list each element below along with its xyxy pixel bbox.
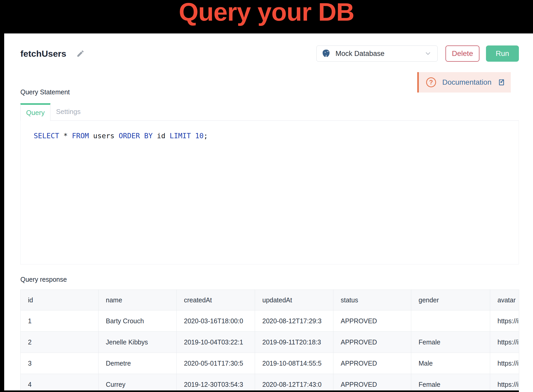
column-header: updatedAt — [255, 290, 333, 310]
tab-settings[interactable]: Settings — [50, 103, 86, 120]
banner-title: Query your DB — [179, 0, 354, 24]
column-header: id — [21, 290, 99, 310]
table-cell: 2020-05-01T17:30:5 — [177, 353, 255, 374]
database-selector[interactable]: Mock Database — [316, 45, 438, 62]
response-table: idnamecreatedAtupdatedAtstatusgenderavat… — [20, 290, 519, 390]
documentation-link[interactable]: ? Documentation — [417, 72, 511, 93]
tab-query[interactable]: Query — [20, 103, 50, 121]
edit-pencil-icon[interactable] — [76, 49, 85, 58]
table-cell: APPROVED — [333, 353, 411, 374]
corner-fill — [519, 390, 533, 392]
sql-line: SELECT * FROM users ORDER BY id LIMIT 10… — [34, 132, 519, 140]
postgresql-icon — [321, 49, 331, 59]
table-cell: Jenelle Kibbys — [99, 332, 177, 353]
column-header: avatar — [490, 290, 519, 310]
table-cell: Male — [411, 353, 490, 374]
database-selector-value: Mock Database — [335, 50, 385, 58]
table-cell: 2019-10-08T14:55:5 — [255, 353, 333, 374]
chevron-down-icon — [424, 50, 432, 57]
sql-token: users — [89, 132, 119, 140]
sql-token: ; — [204, 132, 208, 140]
table-cell: 2019-10-04T03:22:1 — [177, 332, 255, 353]
sql-token — [191, 132, 195, 140]
table-cell: 2020-08-12T17:29:3 — [255, 310, 333, 332]
table-cell: Barty Crouch — [99, 310, 177, 332]
app-panel: fetchUsers Mock Database — [4, 33, 533, 390]
sql-token: * — [59, 132, 72, 140]
column-header: createdAt — [177, 290, 255, 310]
table-cell: https://im — [490, 374, 519, 391]
sql-token: id — [153, 132, 170, 140]
table-cell: Female — [411, 374, 490, 391]
documentation-label: Documentation — [442, 78, 491, 87]
query-header: fetchUsers Mock Database — [20, 45, 519, 62]
table-cell: https://im — [490, 310, 519, 332]
query-name: fetchUsers — [20, 49, 66, 59]
sql-token: FROM — [72, 132, 89, 140]
delete-button[interactable]: Delete — [445, 45, 479, 62]
export-icon — [498, 78, 506, 86]
table-cell: 3 — [21, 353, 99, 374]
table-row: 3Demetre2020-05-01T17:30:52019-10-08T14:… — [21, 353, 519, 374]
table-cell: 2019-09-11T20:18:3 — [255, 332, 333, 353]
sql-token: SELECT — [34, 132, 59, 140]
table-row: 1Barty Crouch2020-03-16T18:00:02020-08-1… — [21, 310, 519, 332]
table-cell: Female — [411, 332, 490, 353]
sql-editor[interactable]: SELECT * FROM users ORDER BY id LIMIT 10… — [20, 121, 519, 264]
column-header: name — [99, 290, 177, 310]
top-banner: Query your DB — [0, 0, 533, 33]
page: Query your DB fetchUsers — [0, 0, 533, 392]
query-response-label: Query response — [20, 276, 519, 283]
sql-token: 10 — [195, 132, 204, 140]
table-cell: Demetre — [99, 353, 177, 374]
column-header: gender — [411, 290, 490, 310]
sql-token: ORDER BY — [119, 132, 153, 140]
table-row: 4Currey2019-12-30T03:54:32020-08-12T17:4… — [21, 374, 519, 391]
table-cell: APPROVED — [333, 310, 411, 332]
table-row: 2Jenelle Kibbys2019-10-04T03:22:12019-09… — [21, 332, 519, 353]
table-cell: 2 — [21, 332, 99, 353]
table-cell: 1 — [21, 310, 99, 332]
help-question-icon: ? — [426, 77, 436, 87]
response-table-wrap: idnamecreatedAtupdatedAtstatusgenderavat… — [20, 290, 519, 390]
table-cell: https://im — [490, 332, 519, 353]
table-cell — [411, 310, 490, 332]
table-cell: 2019-12-30T03:54:3 — [177, 374, 255, 391]
table-cell: Currey — [99, 374, 177, 391]
table-header-row: idnamecreatedAtupdatedAtstatusgenderavat… — [21, 290, 519, 310]
table-cell: https://im — [490, 353, 519, 374]
editor-tabs: Query Settings — [20, 103, 519, 121]
sql-token: LIMIT — [170, 132, 191, 140]
table-cell: 2020-03-16T18:00:0 — [177, 310, 255, 332]
table-cell: 4 — [21, 374, 99, 391]
table-cell: APPROVED — [333, 374, 411, 391]
table-cell: APPROVED — [333, 332, 411, 353]
table-cell: 2020-08-12T17:43:0 — [255, 374, 333, 391]
run-button[interactable]: Run — [486, 45, 519, 62]
column-header: status — [333, 290, 411, 310]
